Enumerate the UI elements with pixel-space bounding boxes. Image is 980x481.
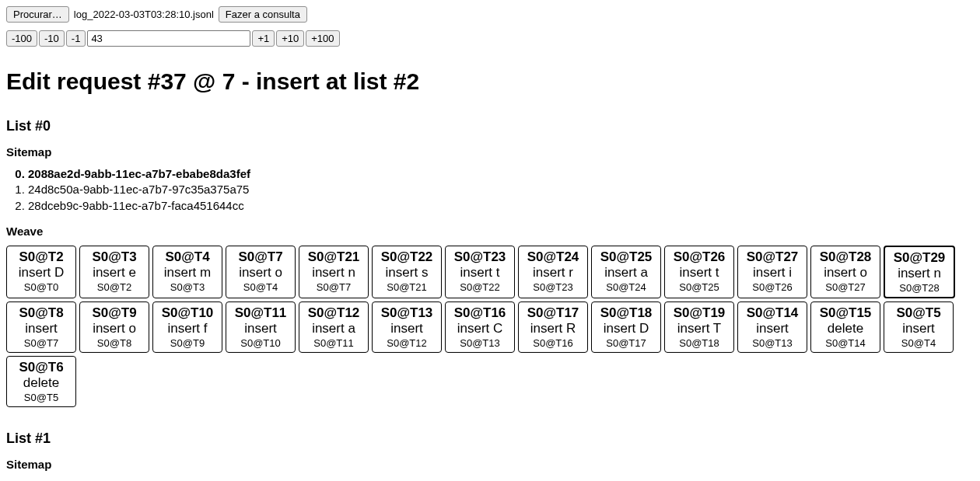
query-button[interactable]: Fazer a consulta bbox=[219, 6, 307, 23]
plus-100-button[interactable]: +100 bbox=[306, 30, 339, 47]
weave-card-ref: S0@T4 bbox=[233, 281, 289, 293]
minus-100-button[interactable]: -100 bbox=[6, 30, 37, 47]
weave-card-action: insert bbox=[379, 321, 435, 336]
weave-card-title: S0@T18 bbox=[598, 305, 654, 321]
weave-card-ref: S0@T2 bbox=[86, 281, 142, 293]
weave-card-action: insert s bbox=[379, 265, 435, 281]
weave-card-action: insert D bbox=[598, 321, 654, 336]
plus-10-button[interactable]: +10 bbox=[276, 30, 304, 47]
weave-card[interactable]: S0@T11insertS0@T10 bbox=[226, 301, 296, 353]
weave-card-ref: S0@T13 bbox=[744, 337, 800, 349]
weave-card[interactable]: S0@T28insert oS0@T27 bbox=[810, 246, 880, 298]
weave-card-title: S0@T7 bbox=[233, 249, 289, 265]
weave-card-ref: S0@T10 bbox=[233, 337, 289, 349]
weave-card[interactable]: S0@T25insert aS0@T24 bbox=[591, 246, 661, 298]
weave-card[interactable]: S0@T5insertS0@T4 bbox=[884, 301, 954, 353]
weave-card-action: insert bbox=[233, 321, 289, 336]
lists-container: List #0Sitemap2088ae2d-9abb-11ec-a7b7-eb… bbox=[6, 118, 974, 481]
weave-card-action: insert o bbox=[817, 265, 873, 281]
sitemap-item: 24d8c50a-9abb-11ec-a7b7-97c35a375a75 bbox=[28, 182, 974, 197]
weave-card-action: insert C bbox=[452, 321, 508, 336]
weave-card-ref: S0@T21 bbox=[379, 281, 435, 293]
sitemap-heading: Sitemap bbox=[6, 458, 974, 471]
weave-card[interactable]: S0@T3insert eS0@T2 bbox=[79, 246, 149, 298]
weave-card[interactable]: S0@T19insert TS0@T18 bbox=[664, 301, 734, 353]
weave-card[interactable]: S0@T18insert DS0@T17 bbox=[591, 301, 661, 353]
weave-card-title: S0@T2 bbox=[13, 249, 69, 265]
weave-card[interactable]: S0@T22insert sS0@T21 bbox=[372, 246, 442, 298]
weave-card[interactable]: S0@T7insert oS0@T4 bbox=[226, 246, 296, 298]
weave-card-action: insert bbox=[891, 321, 947, 336]
weave-card[interactable]: S0@T17insert RS0@T16 bbox=[518, 301, 588, 353]
list-title: List #0 bbox=[6, 118, 974, 134]
weave-card[interactable]: S0@T24insert rS0@T23 bbox=[518, 246, 588, 298]
weave-card-ref: S0@T18 bbox=[671, 337, 727, 349]
sitemap-item: 2088ae2d-9abb-11ec-a7b7-ebabe8da3fef bbox=[28, 166, 974, 182]
weave-card-ref: S0@T7 bbox=[306, 281, 362, 293]
weave-card[interactable]: S0@T6deleteS0@T5 bbox=[6, 356, 76, 407]
weave-card[interactable]: S0@T4insert mS0@T3 bbox=[152, 246, 222, 298]
weave-card[interactable]: S0@T21insert nS0@T7 bbox=[299, 246, 369, 298]
weave-card-action: delete bbox=[13, 375, 69, 391]
filename-label: log_2022-03-03T03:28:10.jsonl bbox=[71, 9, 217, 20]
weave-card[interactable]: S0@T29insert nS0@T28 bbox=[884, 246, 955, 298]
weave-card-title: S0@T16 bbox=[452, 305, 508, 321]
weave-card-ref: S0@T23 bbox=[525, 281, 581, 293]
weave-card-ref: S0@T0 bbox=[13, 281, 69, 293]
weave-card-action: insert o bbox=[86, 321, 142, 336]
plus-1-button[interactable]: +1 bbox=[252, 30, 275, 47]
weave-card[interactable]: S0@T23insert tS0@T22 bbox=[445, 246, 515, 298]
weave-card-action: insert n bbox=[306, 265, 362, 281]
weave-card-title: S0@T24 bbox=[525, 249, 581, 265]
weave-card-title: S0@T8 bbox=[13, 305, 69, 321]
weave-card-ref: S0@T22 bbox=[452, 281, 508, 293]
nav-controls: -100 -10 -1 +1 +10 +100 bbox=[6, 30, 974, 47]
weave-card-title: S0@T23 bbox=[452, 249, 508, 265]
minus-10-button[interactable]: -10 bbox=[39, 30, 65, 47]
weave-card[interactable]: S0@T13insertS0@T12 bbox=[372, 301, 442, 353]
weave-card[interactable]: S0@T9insert oS0@T8 bbox=[79, 301, 149, 353]
weave-heading: Weave bbox=[6, 225, 974, 238]
weave-card-action: insert bbox=[13, 321, 69, 336]
weave-card-title: S0@T27 bbox=[744, 249, 800, 265]
weave-card-ref: S0@T3 bbox=[159, 281, 215, 293]
weave-card-title: S0@T17 bbox=[525, 305, 581, 321]
weave-card[interactable]: S0@T12insert aS0@T11 bbox=[299, 301, 369, 353]
weave-card-action: insert f bbox=[159, 321, 215, 336]
weave-card-ref: S0@T27 bbox=[817, 281, 873, 293]
weave-card-action: delete bbox=[817, 321, 873, 336]
weave-card-action: insert o bbox=[233, 265, 289, 281]
sitemap-list: 2088ae2d-9abb-11ec-a7b7-ebabe8da3fef24d8… bbox=[6, 166, 974, 214]
weave-card[interactable]: S0@T27insert iS0@T26 bbox=[737, 246, 807, 298]
weave-card[interactable]: S0@T16insert CS0@T13 bbox=[445, 301, 515, 353]
weave-card-title: S0@T5 bbox=[891, 305, 947, 321]
weave-card[interactable]: S0@T2insert DS0@T0 bbox=[6, 246, 76, 298]
weave-card[interactable]: S0@T26insert tS0@T25 bbox=[664, 246, 734, 298]
weave-card-ref: S0@T24 bbox=[598, 281, 654, 293]
browse-button[interactable]: Procurar… bbox=[6, 6, 69, 23]
weave-container: S0@T2insert DS0@T0S0@T3insert eS0@T2S0@T… bbox=[6, 246, 974, 407]
weave-card-title: S0@T28 bbox=[817, 249, 873, 265]
weave-card-ref: S0@T12 bbox=[379, 337, 435, 349]
weave-card-title: S0@T11 bbox=[233, 305, 289, 321]
weave-card[interactable]: S0@T14insertS0@T13 bbox=[737, 301, 807, 353]
weave-card-title: S0@T3 bbox=[86, 249, 142, 265]
weave-card-ref: S0@T11 bbox=[306, 337, 362, 349]
weave-card-title: S0@T25 bbox=[598, 249, 654, 265]
weave-card-action: insert r bbox=[525, 265, 581, 281]
minus-1-button[interactable]: -1 bbox=[66, 30, 86, 47]
page-title: Edit request #37 @ 7 - insert at list #2 bbox=[6, 68, 974, 95]
list-title: List #1 bbox=[6, 430, 974, 447]
weave-card[interactable]: S0@T8insertS0@T7 bbox=[6, 301, 76, 353]
weave-card-action: insert a bbox=[598, 265, 654, 281]
record-index-input[interactable] bbox=[87, 30, 250, 47]
weave-card-title: S0@T9 bbox=[86, 305, 142, 321]
weave-card-action: insert m bbox=[159, 265, 215, 281]
weave-card-title: S0@T12 bbox=[306, 305, 362, 321]
weave-card-action: insert D bbox=[13, 265, 69, 281]
weave-card[interactable]: S0@T10insert fS0@T9 bbox=[152, 301, 222, 353]
weave-card[interactable]: S0@T15deleteS0@T14 bbox=[810, 301, 880, 353]
weave-card-ref: S0@T26 bbox=[744, 281, 800, 293]
weave-card-title: S0@T19 bbox=[671, 305, 727, 321]
weave-card-ref: S0@T9 bbox=[159, 337, 215, 349]
